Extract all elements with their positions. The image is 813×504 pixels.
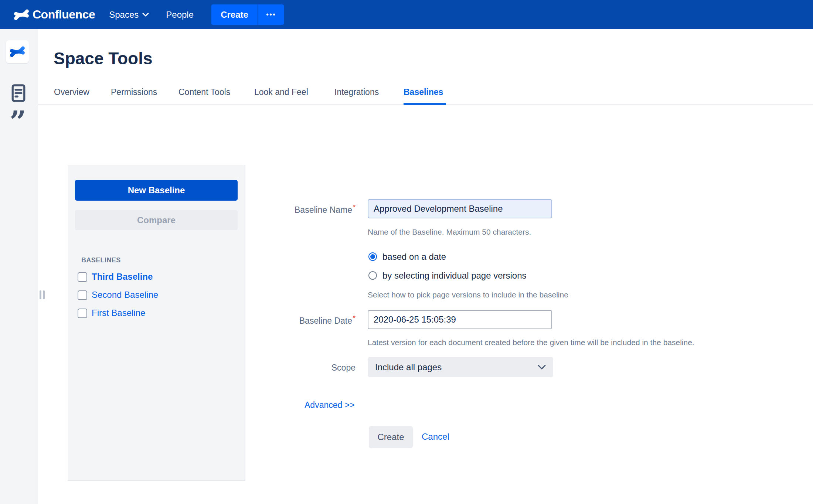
new-baseline-button[interactable]: New Baseline xyxy=(75,180,238,201)
space-sidebar-rail: ” xyxy=(0,29,38,504)
document-icon xyxy=(11,84,26,102)
product-wordmark: Confluence xyxy=(33,8,95,21)
baseline-link-second[interactable]: Second Baseline xyxy=(92,290,158,300)
quotes-icon: ” xyxy=(10,105,26,138)
form-create-button[interactable]: Create xyxy=(369,426,413,448)
scope-select[interactable]: Include all pages xyxy=(368,357,553,377)
space-logo-button[interactable] xyxy=(6,40,29,63)
radio-based-on-date[interactable] xyxy=(368,252,377,261)
nav-people-link[interactable]: People xyxy=(166,10,194,20)
mode-help: Select how to pick page versions to incl… xyxy=(368,290,568,299)
active-tab-underline xyxy=(404,103,446,105)
chevron-down-icon xyxy=(538,365,546,370)
radio-based-on-date-label[interactable]: based on a date xyxy=(382,252,446,262)
advanced-link[interactable]: Advanced >> xyxy=(305,400,355,410)
required-marker: * xyxy=(353,204,356,211)
create-button[interactable]: Create xyxy=(211,4,258,25)
compare-button[interactable]: Compare xyxy=(75,210,238,230)
confluence-home-link[interactable]: Confluence xyxy=(13,7,95,23)
cancel-link[interactable]: Cancel xyxy=(422,432,449,442)
more-actions-button[interactable]: ••• xyxy=(258,4,284,25)
nav-spaces-menu[interactable]: Spaces xyxy=(109,10,149,20)
tab-integrations[interactable]: Integrations xyxy=(334,87,379,97)
pages-nav-button[interactable] xyxy=(11,84,26,102)
baseline-checkbox-second[interactable] xyxy=(78,290,87,300)
radio-individual-versions-label[interactable]: by selecting individual page versions xyxy=(382,270,527,281)
baseline-date-input[interactable] xyxy=(368,310,552,329)
baseline-date-help: Latest version for each document created… xyxy=(368,338,694,347)
baseline-link-first[interactable]: First Baseline xyxy=(92,308,145,318)
baselines-list-header: BASELINES xyxy=(81,256,121,264)
baseline-date-label: Baseline Date* xyxy=(222,314,356,326)
tab-baselines[interactable]: Baselines xyxy=(404,87,443,97)
baseline-checkbox-third[interactable] xyxy=(78,272,87,282)
top-nav: Confluence Spaces People Create ••• xyxy=(0,0,813,29)
confluence-space-tools-page: Confluence Spaces People Create ••• xyxy=(0,0,813,504)
sidebar-resize-grip[interactable] xyxy=(40,290,45,299)
scope-selected-value: Include all pages xyxy=(375,362,538,372)
confluence-logo-icon xyxy=(13,7,30,23)
baseline-link-third[interactable]: Third Baseline xyxy=(92,272,153,282)
chevron-down-icon xyxy=(142,13,149,17)
required-marker: * xyxy=(353,314,356,322)
tab-overview[interactable]: Overview xyxy=(54,87,89,97)
baseline-name-help: Name of the Baseline. Maximum 50 charact… xyxy=(368,228,531,236)
baseline-checkbox-first[interactable] xyxy=(78,309,87,318)
page-title: Space Tools xyxy=(54,48,153,68)
blog-quote-nav-button[interactable]: ” xyxy=(10,109,26,131)
scope-label: Scope xyxy=(222,363,356,373)
baseline-name-input[interactable] xyxy=(368,199,552,218)
tab-permissions[interactable]: Permissions xyxy=(111,87,157,97)
tab-look-and-feel[interactable]: Look and Feel xyxy=(254,87,308,97)
radio-individual-versions[interactable] xyxy=(368,271,377,280)
baseline-name-label: Baseline Name* xyxy=(222,204,356,215)
space-logo-icon xyxy=(9,44,25,60)
tab-content-tools[interactable]: Content Tools xyxy=(178,87,230,97)
